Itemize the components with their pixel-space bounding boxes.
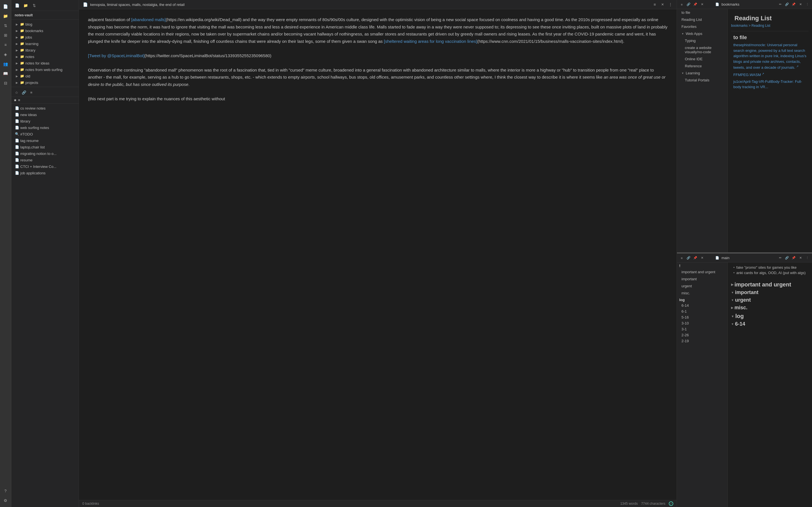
main-close2-btn[interactable]: ✕: [798, 256, 803, 261]
book-nav-icon[interactable]: 📖: [1, 69, 10, 78]
bm-link-monocle[interactable]: thesephist/monocle: Universal personal s…: [731, 42, 809, 71]
misc-mid[interactable]: misc.: [677, 290, 727, 297]
bm-learning-item[interactable]: ▼ Learning: [677, 69, 727, 76]
starred-cs-review[interactable]: 📄 cs review notes: [12, 105, 78, 111]
bm-create-website-item[interactable]: create a website visually/no-code: [677, 44, 727, 55]
tree-item-blog[interactable]: ▶ 📁 blog: [12, 21, 78, 27]
sort-btn[interactable]: ⇅: [31, 2, 37, 8]
bm-link-april-tag[interactable]: ju1ce/April-Tag-VR-FullBody-Tracker: Ful…: [731, 78, 809, 91]
main-edit-icon2[interactable]: ✏: [777, 256, 783, 261]
bm-pin-active-icon[interactable]: 📌: [693, 2, 698, 7]
bm-tutorial-portals-item[interactable]: Tutorial Portals: [677, 76, 727, 83]
important-expand-icon[interactable]: ▼: [731, 291, 734, 294]
starred-resume[interactable]: 📄 resume: [12, 157, 78, 163]
graph-nav-icon[interactable]: ◈: [1, 50, 10, 59]
open-folder-btn[interactable]: 📁: [22, 2, 29, 8]
log-date-226[interactable]: 2-26: [677, 332, 727, 338]
bm-to-file-item[interactable]: to file: [677, 9, 727, 16]
starred-migrating-notion[interactable]: 📄 migrating notion to o...: [12, 151, 78, 157]
starred-new-ideas[interactable]: 📄 new ideas: [12, 112, 78, 118]
main-more-icon2[interactable]: ⋮: [805, 256, 810, 261]
starred-tag-resume[interactable]: 📄 tag resume: [12, 137, 78, 144]
log-expand-icon[interactable]: ▼: [731, 315, 734, 318]
editor-content[interactable]: adjacent fascination of [abandoned malls…: [79, 9, 677, 500]
main-pin-active-icon[interactable]: 📌: [693, 256, 698, 261]
open-file-btn[interactable]: 📄: [14, 2, 20, 8]
tree-item-library[interactable]: ▶ 📁 library: [12, 47, 78, 53]
starred-laptop-chair[interactable]: 📄 laptop,chair list: [12, 144, 78, 150]
bm-close2-btn[interactable]: ✕: [798, 2, 803, 7]
bm-favorites-item[interactable]: Favorites: [677, 23, 727, 30]
bm-reading-list-item[interactable]: Reading List: [677, 16, 727, 23]
urgent-mid[interactable]: urgent: [677, 283, 727, 290]
tree-item-bookmarks[interactable]: ▶ 📁 bookmarks: [12, 27, 78, 34]
bm-reference-item[interactable]: Reference: [677, 62, 727, 69]
file-nav-icon[interactable]: 📄: [1, 2, 10, 11]
important-urgent-expand-icon[interactable]: ▶: [731, 283, 733, 286]
web-apps-label: Web Apps: [686, 32, 702, 36]
notes-web-arrow: ▶: [15, 67, 19, 72]
log-date-31[interactable]: 3-1: [677, 326, 727, 332]
people-nav-icon[interactable]: 👥: [1, 60, 10, 68]
bookmark-panel: ≡ 🔗 📌 ✕ 📄 bookmarks ✏ 🔗 📌 ✕ ⋮ to file: [677, 0, 812, 253]
starred-todo[interactable]: 🔍 #TODO: [12, 131, 78, 137]
bm-more2-icon[interactable]: ⋮: [805, 2, 810, 7]
starred-library[interactable]: 📄 library: [12, 118, 78, 124]
log-date-61[interactable]: 6-1: [677, 308, 727, 314]
important-mid[interactable]: important: [677, 276, 727, 283]
main-link-icon2[interactable]: 🔗: [686, 256, 691, 261]
editor-reading-mode-icon[interactable]: ≡: [652, 2, 658, 7]
misc-expand-icon[interactable]: ▶: [731, 306, 733, 309]
main-pin2-icon[interactable]: 📌: [791, 256, 796, 261]
tree-item-notes[interactable]: ▶ 📁 notes: [12, 54, 78, 60]
important-urgent-mid[interactable]: important and urgent: [677, 269, 727, 276]
bm-link3-icon[interactable]: 🔗: [784, 2, 790, 7]
star2-action-icon[interactable]: ★: [13, 98, 17, 102]
sort-nav-icon[interactable]: ⇅: [1, 21, 10, 30]
reading-list-breadcrumb[interactable]: bookmarks > Reading List: [731, 24, 809, 30]
starred-job-applications[interactable]: 📄 job applications: [12, 170, 78, 176]
main-link-icon3[interactable]: 🔗: [784, 256, 790, 261]
table-nav-icon[interactable]: ⊟: [1, 79, 10, 87]
bm-link2-icon[interactable]: 🔗: [686, 2, 691, 7]
starred-ctci[interactable]: 📄 CTCI + Interview Co...: [12, 163, 78, 170]
list-nav-icon[interactable]: ≡: [1, 41, 10, 49]
main-list-icon[interactable]: ≡: [679, 256, 684, 261]
log-date-219[interactable]: 2-19: [677, 338, 727, 344]
grid-nav-icon[interactable]: ⊞: [1, 31, 10, 40]
list-action-icon[interactable]: ≡: [28, 89, 35, 96]
log-date-expand-icon[interactable]: ▼: [731, 323, 734, 326]
star-action-icon[interactable]: ☆: [13, 89, 20, 96]
editor-more-icon[interactable]: ⋮: [668, 2, 673, 7]
log-date-516[interactable]: 5-16: [677, 314, 727, 320]
bm-pin2-icon[interactable]: 📌: [791, 2, 796, 7]
bookmark-titlebar: ≡ 🔗 📌 ✕ 📄 bookmarks ✏ 🔗 📌 ✕ ⋮: [677, 0, 812, 9]
tree-item-learning[interactable]: ▶ 📁 learning: [12, 41, 78, 47]
abandoned-malls-link[interactable]: [abandoned malls]: [131, 17, 166, 22]
bm-list-icon[interactable]: ≡: [679, 2, 684, 7]
tweet-link[interactable]: [Tweet by @SpaceLiminalBot]: [88, 53, 144, 58]
settings-nav-icon[interactable]: ⚙: [1, 496, 10, 505]
urgent-expand-icon[interactable]: ▼: [731, 298, 734, 302]
vaccination-link[interactable]: [sheltered waiting areas for long vaccin…: [384, 39, 477, 44]
log-date-614[interactable]: 6-14: [677, 302, 727, 308]
log-date-310[interactable]: 3-10: [677, 320, 727, 326]
tree-item-jobs[interactable]: ▶ 📁 jobs: [12, 34, 78, 40]
bm-online-ide-item[interactable]: Online IDE: [677, 55, 727, 62]
bm-edit2-icon[interactable]: ✏: [777, 2, 783, 7]
tree-item-notes-web[interactable]: ▶ 📁 notes from web surfing: [12, 66, 78, 73]
starred-web-surfing-notes[interactable]: 📄 web surfing notes: [12, 124, 78, 131]
tree-item-old[interactable]: ▶ 📁 old: [12, 73, 78, 79]
main-close-btn[interactable]: ✕: [700, 256, 705, 261]
folder-nav-icon[interactable]: 📁: [1, 12, 10, 20]
bm-close-btn[interactable]: ✕: [700, 2, 705, 7]
bm-web-apps-item[interactable]: ▼ Web Apps: [677, 30, 727, 37]
tree-item-notes-ideas[interactable]: ▶ 📁 notes for ideas: [12, 60, 78, 66]
link-action-icon[interactable]: 🔗: [21, 89, 27, 96]
bm-typing-item[interactable]: Typing: [677, 37, 727, 44]
question-nav-icon[interactable]: ?: [1, 487, 10, 495]
list2-action-icon[interactable]: ≡: [18, 98, 20, 102]
editor-close-icon[interactable]: ✕: [660, 2, 665, 7]
bm-link-ffmpeg[interactable]: FFMPEG.WASM ↗: [731, 71, 809, 78]
tree-item-projects[interactable]: ▶ 📁 projects: [12, 79, 78, 86]
